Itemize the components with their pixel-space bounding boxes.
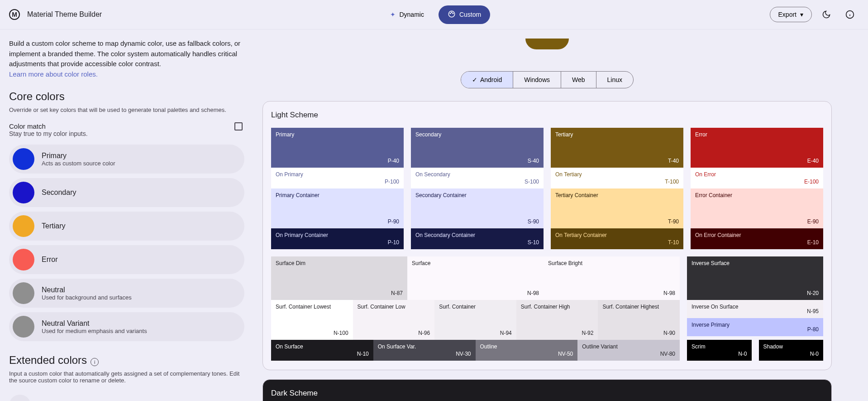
intro-link[interactable]: Learn more about color roles. bbox=[9, 70, 98, 78]
color-swatch bbox=[13, 215, 34, 237]
role-sc[interactable]: Surf. Container N-94 bbox=[434, 300, 516, 340]
role-sc_lowest[interactable]: Surf. Container Lowest N-100 bbox=[271, 300, 353, 340]
role-code: T-100 bbox=[665, 179, 679, 185]
core-color-row[interactable]: Error bbox=[9, 245, 244, 274]
role-code: P-10 bbox=[388, 239, 399, 246]
tab-custom-label: Custom bbox=[459, 11, 481, 18]
svg-point-3 bbox=[453, 13, 453, 14]
role-name: Shadow bbox=[763, 343, 819, 350]
role-tertiary[interactable]: Tertiary T-40 bbox=[551, 128, 683, 168]
color-swatch bbox=[13, 249, 34, 271]
role-outline_variant[interactable]: Outline Variant NV-80 bbox=[577, 340, 680, 361]
color-label: Secondary bbox=[42, 188, 76, 197]
role-surface_bright[interactable]: Surface Bright N-98 bbox=[544, 256, 680, 300]
role-on_tertiary_container[interactable]: On Tertiary Container T-10 bbox=[551, 228, 683, 249]
color-label: Neutral bbox=[42, 286, 132, 294]
dark-mode-toggle[interactable] bbox=[817, 5, 835, 24]
role-on_secondary_container[interactable]: On Secondary Container S-10 bbox=[411, 228, 544, 249]
role-name: Secondary bbox=[415, 131, 539, 138]
core-color-row[interactable]: Neutral Used for background and surfaces bbox=[9, 279, 244, 308]
role-on_secondary[interactable]: On Secondary S-100 bbox=[411, 168, 544, 188]
extended-colors-title: Extended colors bbox=[9, 354, 87, 367]
role-code: N-92 bbox=[582, 330, 593, 336]
role-code: T-10 bbox=[668, 239, 679, 246]
svg-point-1 bbox=[450, 13, 451, 14]
role-name: Surf. Container bbox=[439, 304, 512, 310]
role-name: Primary bbox=[276, 131, 399, 138]
color-swatch bbox=[13, 148, 34, 170]
light-scheme-card: Light Scheme Primary P-40 On Primary P-1… bbox=[262, 101, 832, 370]
role-code: P-100 bbox=[385, 179, 399, 185]
export-button[interactable]: Export ▾ bbox=[770, 7, 812, 22]
role-code: N-0 bbox=[810, 351, 819, 357]
role-sc_low[interactable]: Surf. Container Low N-96 bbox=[353, 300, 435, 340]
role-on_error[interactable]: On Error E-100 bbox=[691, 168, 823, 188]
logo-icon: M bbox=[9, 9, 20, 20]
role-code: NV-80 bbox=[660, 351, 675, 357]
role-inverse_primary[interactable]: Inverse Primary P-80 bbox=[687, 318, 823, 336]
role-on_tertiary[interactable]: On Tertiary T-100 bbox=[551, 168, 683, 188]
info-icon[interactable]: i bbox=[91, 358, 99, 366]
core-color-row[interactable]: Secondary bbox=[9, 178, 244, 207]
color-label: Error bbox=[42, 256, 58, 264]
tab-custom[interactable]: Custom bbox=[439, 5, 490, 24]
role-name: Surf. Container High bbox=[521, 304, 594, 310]
info-button[interactable] bbox=[841, 5, 859, 24]
role-code: N-98 bbox=[527, 290, 539, 296]
role-name: Secondary Container bbox=[415, 192, 539, 198]
role-name: Error Container bbox=[695, 192, 819, 198]
color-match-sub: Stay true to my color inputs. bbox=[9, 130, 88, 137]
platform-linux[interactable]: Linux bbox=[596, 72, 633, 88]
role-code: E-90 bbox=[807, 218, 819, 225]
role-code: N-87 bbox=[391, 290, 403, 296]
role-sc_high[interactable]: Surf. Container High N-92 bbox=[516, 300, 598, 340]
color-desc: Used for background and surfaces bbox=[42, 294, 132, 301]
core-color-row[interactable]: Primary Acts as custom source color bbox=[9, 145, 244, 174]
color-match-checkbox[interactable] bbox=[234, 122, 243, 130]
platform-windows[interactable]: Windows bbox=[513, 72, 561, 88]
role-on_error_container[interactable]: On Error Container E-10 bbox=[691, 228, 823, 249]
role-code: E-100 bbox=[804, 179, 819, 185]
add-color-button[interactable]: + Add a color bbox=[9, 391, 244, 401]
role-error[interactable]: Error E-40 bbox=[691, 128, 823, 168]
role-secondary_container[interactable]: Secondary Container S-90 bbox=[411, 188, 544, 228]
core-color-row[interactable]: Tertiary bbox=[9, 212, 244, 241]
core-color-row[interactable]: Neutral Variant Used for medium emphasis… bbox=[9, 312, 244, 341]
role-code: N-10 bbox=[357, 351, 369, 357]
app-header: M Material Theme Builder ✦ Dynamic Custo… bbox=[0, 0, 868, 29]
tab-dynamic[interactable]: ✦ Dynamic bbox=[381, 5, 433, 24]
role-code: P-40 bbox=[388, 158, 399, 164]
role-code: S-40 bbox=[528, 158, 539, 164]
role-surface_dim[interactable]: Surface Dim N-87 bbox=[271, 256, 407, 300]
role-name: On Error bbox=[695, 171, 819, 178]
platform-web[interactable]: Web bbox=[561, 72, 596, 88]
role-on_surface[interactable]: On Surface N-10 bbox=[271, 340, 373, 361]
role-secondary[interactable]: Secondary S-40 bbox=[411, 128, 544, 168]
platform-selector: ✓ AndroidWindowsWebLinux bbox=[262, 71, 832, 88]
role-on_surface_var[interactable]: On Surface Var. NV-30 bbox=[373, 340, 476, 361]
role-shadow[interactable]: Shadow N-0 bbox=[759, 340, 824, 361]
role-primary[interactable]: Primary P-40 bbox=[271, 128, 404, 168]
export-label: Export bbox=[778, 11, 796, 18]
role-primary_container[interactable]: Primary Container P-90 bbox=[271, 188, 404, 228]
role-name: Inverse On Surface bbox=[692, 304, 819, 310]
color-desc: Used for medium emphasis and variants bbox=[42, 328, 147, 334]
role-name: Tertiary Container bbox=[555, 192, 679, 198]
core-colors-title: Core colors bbox=[9, 90, 244, 103]
role-name: Primary Container bbox=[276, 192, 399, 198]
role-error_container[interactable]: Error Container E-90 bbox=[691, 188, 823, 228]
intro-body: Build a custom color scheme to map dynam… bbox=[9, 39, 240, 68]
role-surface[interactable]: Surface N-98 bbox=[407, 256, 544, 300]
role-on_primary_container[interactable]: On Primary Container P-10 bbox=[271, 228, 404, 249]
role-name: On Secondary bbox=[415, 171, 539, 178]
role-on_primary[interactable]: On Primary P-100 bbox=[271, 168, 404, 188]
role-code: E-10 bbox=[807, 239, 819, 246]
role-outline[interactable]: Outline NV-50 bbox=[476, 340, 578, 361]
role-inverse_surface[interactable]: Inverse Surface N-20 bbox=[687, 256, 823, 300]
role-scrim[interactable]: Scrim N-0 bbox=[687, 340, 752, 361]
role-sc_highest[interactable]: Surf. Container Highest N-90 bbox=[598, 300, 680, 340]
role-inverse_on_surface[interactable]: Inverse On Surface N-95 bbox=[687, 300, 823, 318]
role-name: Surf. Container Low bbox=[358, 304, 430, 310]
platform-android[interactable]: ✓ Android bbox=[461, 72, 513, 88]
role-tertiary_container[interactable]: Tertiary Container T-90 bbox=[551, 188, 683, 228]
